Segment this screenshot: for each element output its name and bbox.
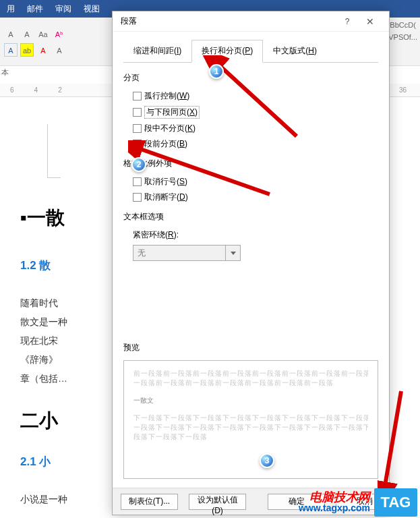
label-tight-wrap: 紧密环绕(R): [133,229,378,241]
dropdown-tight-wrap-value: 无 [138,248,146,259]
section-textbox-options: 文本框选项 [123,211,378,223]
help-button[interactable]: ? [338,17,357,26]
label-keep-together: 段中不分页(K) [144,123,196,134]
tab-line-page-breaks[interactable]: 换行和分页(P) [191,40,263,63]
section-preview: 预览 [123,342,378,353]
highlight-icon[interactable]: ab [20,43,34,57]
close-button[interactable]: ✕ [357,16,384,27]
paragraph-dialog: 段落 ? ✕ 缩进和间距(I) 换行和分页(P) 中文版式(H) 分页 孤行控制… [112,11,390,515]
section-pagination: 分页 [123,72,378,84]
watermark: 电脑技术网 www.tagxp.com TAG [299,488,417,517]
label-widow-orphan: 孤行控制(W) [144,90,189,102]
preview-sample-text: 一散文 [133,396,368,405]
watermark-url: www.tagxp.com [299,502,370,513]
section-format-exceptions: 格式化例外项 [123,158,378,169]
checkbox-page-break-before[interactable] [133,140,142,148]
ribbon-tab[interactable]: 视图 [84,3,100,15]
checkbox-no-hyphenation[interactable] [133,193,142,202]
annotation-badge-1: 1 [209,64,224,79]
char-shading-icon[interactable]: A [53,43,66,57]
font-size-dec-icon[interactable]: A [4,27,18,40]
set-default-button[interactable]: 设为默认值(D) [189,494,246,510]
checkbox-suppress-line-num[interactable] [133,177,142,186]
dropdown-tight-wrap[interactable]: 无 [133,245,241,261]
tab-asian-typography[interactable]: 中文版式(H) [263,40,327,62]
font-size-inc-icon[interactable]: A [20,27,34,40]
label-no-hyphenation: 取消断字(D) [144,192,188,203]
tabs-button[interactable]: 制表位(T)... [121,494,178,510]
label-keep-with-next: 与下段同页(X) [144,106,200,119]
dialog-titlebar: 段落 ? ✕ [113,11,389,32]
font-color-icon[interactable]: A [36,43,50,57]
preview-box: 前一段落前一段落前一段落前一段落前一段落前一段落前一段落前一段落前一段落前一段落… [123,360,378,479]
annotation-badge-3: 3 [260,453,274,468]
checkbox-keep-together[interactable] [133,124,142,133]
ribbon-tab[interactable]: 用 [7,3,15,15]
char-border-icon[interactable]: A [4,43,18,57]
dialog-tabs: 缩进和间距(I) 换行和分页(P) 中文版式(H) [123,40,378,63]
label-page-break-before: 段前分页(B) [144,138,187,150]
clear-format-icon[interactable]: Aᵇ [53,27,66,40]
checkbox-keep-with-next[interactable] [133,108,142,117]
group-label: 本 [1,67,9,78]
dialog-title: 段落 [121,16,338,27]
ribbon-tab[interactable]: 邮件 [27,3,43,15]
annotation-badge-2: 2 [131,157,146,172]
change-case-icon[interactable]: Aa [36,27,50,40]
checkbox-widow-orphan[interactable] [133,92,142,100]
tab-indent-spacing[interactable]: 缩进和间距(I) [123,40,191,62]
styles-gallery[interactable]: BbCcD( VPSOf... [388,19,417,43]
watermark-title: 电脑技术网 [299,492,370,502]
chevron-down-icon[interactable] [225,246,240,260]
ribbon-tab[interactable]: 审阅 [55,3,71,15]
label-suppress-line-num: 取消行号(S) [144,176,187,188]
watermark-tag-icon: TAG [374,488,417,517]
